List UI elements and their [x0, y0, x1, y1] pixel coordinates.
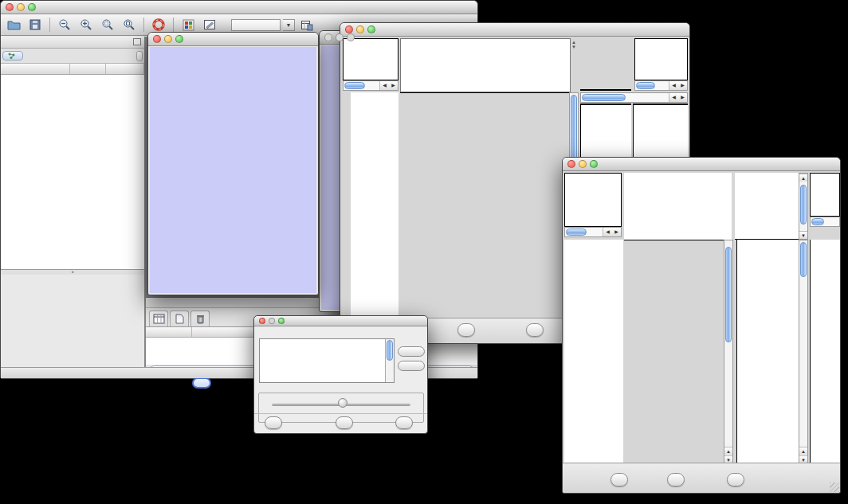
- attribute-select-icon[interactable]: [149, 311, 168, 326]
- scrollbar-thumb[interactable]: [566, 229, 587, 236]
- scroll-right-icon[interactable]: ▶: [678, 93, 687, 102]
- scrollbar-thumb[interactable]: [636, 82, 655, 89]
- scroll-down-icon[interactable]: ▼: [799, 231, 807, 239]
- network-canvas-1[interactable]: [150, 47, 316, 293]
- minimize-icon[interactable]: [164, 35, 172, 43]
- dialog-titlebar[interactable]: [254, 316, 427, 326]
- zoom-window-icon[interactable]: [278, 318, 285, 324]
- scroll-up-icon[interactable]: ▲: [724, 447, 732, 455]
- tv2-hints-hscrollbar[interactable]: [810, 217, 840, 227]
- resize-grip[interactable]: [830, 483, 839, 492]
- zoom-in-icon[interactable]: [77, 16, 96, 33]
- tv1-row-dendrogram[interactable]: [351, 92, 398, 318]
- panel-split-handle[interactable]: ●: [1, 270, 144, 275]
- tv2-labels-vscrollbar[interactable]: ▲ ▼: [799, 173, 808, 240]
- scrollbar-thumb[interactable]: [387, 340, 393, 361]
- export-graphics-button[interactable]: [457, 323, 475, 337]
- new-attribute-icon[interactable]: [170, 311, 189, 326]
- scrollbar-thumb[interactable]: [725, 247, 732, 342]
- tv1-global-overview-strip[interactable]: [343, 92, 349, 318]
- close-icon[interactable]: [324, 33, 332, 41]
- scroll-left-icon[interactable]: ◀: [669, 81, 678, 90]
- move-up-button[interactable]: [398, 346, 425, 357]
- scroll-left-icon[interactable]: ◀: [603, 228, 612, 236]
- done-button[interactable]: [395, 416, 413, 429]
- close-icon[interactable]: [153, 35, 161, 43]
- scroll-left-icon[interactable]: ◀: [669, 93, 678, 102]
- minimize-icon[interactable]: [579, 160, 587, 168]
- settings-button[interactable]: [610, 473, 628, 486]
- scrollbar-thumb[interactable]: [571, 95, 577, 165]
- col-edges[interactable]: [106, 64, 144, 74]
- tab-vizmapper[interactable]: [24, 55, 33, 57]
- zoom-window-icon[interactable]: [175, 35, 183, 43]
- zoom-window-icon[interactable]: [590, 160, 598, 168]
- scrollbar-thumb[interactable]: [582, 94, 626, 101]
- net1-titlebar[interactable]: [148, 33, 318, 46]
- scrollbar-thumb[interactable]: [800, 242, 807, 277]
- scroll-right-icon[interactable]: ▶: [389, 81, 398, 90]
- tv2-zoom-panel[interactable]: [736, 240, 799, 464]
- network-view-1[interactable]: [150, 47, 316, 293]
- search-dropdown-icon[interactable]: ▼: [283, 19, 295, 31]
- minimize-icon[interactable]: [17, 3, 25, 11]
- zoom-window-icon[interactable]: [367, 25, 375, 33]
- tv2-heatmap[interactable]: [625, 240, 722, 464]
- tv2-status-hscrollbar[interactable]: ◀▶: [564, 227, 622, 237]
- tv1-dendrogram-arrows[interactable]: ▲▼: [571, 40, 577, 49]
- animate-vizmap-button[interactable]: [265, 416, 282, 429]
- tv2-row-dendrogram[interactable]: [564, 240, 623, 464]
- scrollbar-thumb[interactable]: [811, 218, 824, 225]
- zoom-selected-icon[interactable]: [98, 16, 117, 33]
- scroll-right-icon[interactable]: ▶: [612, 228, 621, 236]
- annotation-icon[interactable]: [200, 16, 219, 33]
- col-network[interactable]: [1, 64, 70, 74]
- create-vizmap-button[interactable]: [336, 416, 353, 429]
- zoom-window-icon[interactable]: [28, 3, 36, 11]
- delete-attribute-icon[interactable]: [190, 311, 210, 326]
- tv2-zoom-vscrollbar[interactable]: ▲ ▼: [799, 240, 808, 464]
- zoom-fit-icon[interactable]: [120, 16, 139, 33]
- tv1-heatmap[interactable]: [400, 92, 569, 318]
- flip-tree-nodes-button[interactable]: [526, 323, 544, 337]
- col-nodes[interactable]: [70, 64, 106, 74]
- close-icon[interactable]: [259, 318, 265, 324]
- scroll-up-icon[interactable]: ▲: [799, 174, 807, 182]
- tv1-titlebar[interactable]: [340, 23, 689, 37]
- save-data-button[interactable]: [667, 473, 685, 486]
- scroll-right-icon[interactable]: ▶: [678, 81, 687, 90]
- move-down-button[interactable]: [398, 361, 425, 371]
- minimize-icon[interactable]: [336, 33, 344, 41]
- float-panel-icon[interactable]: [133, 38, 141, 45]
- tv2-column-dendrogram[interactable]: [624, 173, 732, 240]
- minimize-icon[interactable]: [269, 318, 275, 324]
- main-titlebar[interactable]: [1, 1, 477, 14]
- zoom-out-icon[interactable]: [55, 16, 74, 33]
- tab-network[interactable]: [2, 51, 23, 61]
- export-graphics-button[interactable]: [727, 473, 744, 486]
- scroll-up-icon[interactable]: ▲: [799, 447, 807, 455]
- node-attribute-browser-tab[interactable]: [192, 377, 211, 389]
- vizmapper-icon[interactable]: [179, 16, 198, 33]
- save-session-button[interactable]: [26, 16, 45, 33]
- attribute-list-vscrollbar[interactable]: ▲ ▼: [385, 339, 394, 382]
- zoom-window-icon[interactable]: [347, 33, 355, 41]
- attribute-listbox[interactable]: ▲ ▼: [259, 338, 395, 383]
- search-input[interactable]: [231, 19, 281, 31]
- open-session-button[interactable]: [4, 16, 23, 33]
- tab-overflow-button[interactable]: [136, 51, 143, 61]
- slider-knob[interactable]: [338, 398, 347, 408]
- col-id[interactable]: [146, 327, 192, 337]
- tv1-hints-hscrollbar[interactable]: ◀▶: [634, 80, 688, 91]
- close-icon[interactable]: [567, 160, 575, 168]
- tv2-titlebar[interactable]: [563, 158, 840, 171]
- tv1-status-hscrollbar[interactable]: ◀▶: [343, 80, 398, 91]
- scrollbar-thumb[interactable]: [800, 185, 807, 225]
- close-icon[interactable]: [6, 3, 14, 11]
- close-icon[interactable]: [345, 25, 353, 33]
- tv1-column-dendrogram[interactable]: [400, 38, 571, 92]
- scroll-left-icon[interactable]: ◀: [380, 81, 389, 90]
- minimize-icon[interactable]: [356, 25, 364, 33]
- tv1-zoom-hscrollbar[interactable]: ◀▶: [580, 92, 688, 103]
- scrollbar-thumb[interactable]: [344, 82, 365, 89]
